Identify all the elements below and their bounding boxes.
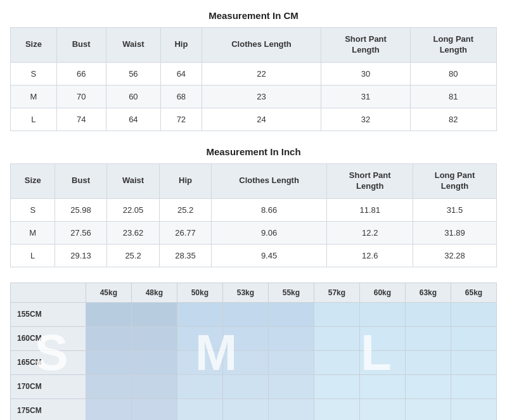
size-chart-cell-0-5 (314, 302, 359, 326)
size-chart-cell-2-8 (451, 350, 496, 374)
inch-table: Size Bust Waist Hip Clothes Length Short… (10, 163, 497, 267)
size-chart-cell-1-4 (268, 326, 314, 350)
size-chart-section: 45kg48kg50kg53kg55kg57kg60kg63kg65kg 155… (10, 283, 497, 420)
size-chart-th-4: 53kg (222, 283, 268, 302)
inch-cell-2-3: 28.35 (160, 244, 211, 267)
size-chart-row-label: 175CM (11, 398, 86, 420)
size-chart-th-6: 57kg (314, 283, 359, 302)
size-chart-cell-2-3 (222, 350, 268, 374)
inch-table-row: L29.1325.228.359.4512.632.28 (11, 244, 497, 267)
cm-th-hip: Hip (161, 28, 202, 63)
size-chart-row-label: 160CM (11, 326, 86, 350)
size-chart-cell-3-8 (451, 374, 496, 398)
size-chart-row-label: 165CM (11, 350, 86, 374)
cm-cell-1-0: M (11, 85, 57, 108)
size-chart-cell-4-4 (268, 398, 314, 420)
size-chart-cell-0-3 (222, 302, 268, 326)
size-chart-cell-4-1 (131, 398, 177, 420)
cm-th-size: Size (11, 28, 57, 63)
inch-cell-0-4: 8.66 (211, 198, 327, 221)
inch-cell-1-4: 9.06 (211, 221, 327, 244)
size-chart-cell-1-8 (451, 326, 496, 350)
size-chart-cell-3-1 (131, 374, 177, 398)
inch-header-row: Size Bust Waist Hip Clothes Length Short… (11, 163, 497, 198)
cm-title: Measurement In CM (10, 10, 497, 21)
size-chart-th-2: 48kg (131, 283, 177, 302)
cm-cell-0-6: 80 (410, 62, 496, 85)
inch-th-long: Long PantLength (413, 163, 497, 198)
size-chart-cell-0-7 (405, 302, 451, 326)
inch-cell-1-3: 26.77 (160, 221, 211, 244)
size-chart-row: 175CM (11, 398, 497, 420)
size-chart-cell-2-4 (268, 350, 314, 374)
size-chart-row: 165CM (11, 350, 497, 374)
cm-table-row: S665664223080 (11, 62, 497, 85)
page-container: Measurement In CM Size Bust Waist Hip Cl… (10, 10, 497, 420)
inch-title: Measurement In Inch (10, 146, 497, 157)
cm-cell-1-2: 60 (106, 85, 161, 108)
size-chart-th-9: 65kg (451, 283, 496, 302)
size-chart-cell-3-3 (222, 374, 268, 398)
cm-cell-0-1: 66 (56, 62, 106, 85)
inch-cell-0-2: 22.05 (106, 198, 160, 221)
cm-cell-2-3: 72 (161, 108, 202, 130)
inch-cell-0-0: S (11, 198, 55, 221)
inch-cell-2-6: 32.28 (413, 244, 497, 267)
inch-cell-1-1: 27.56 (55, 221, 106, 244)
inch-cell-2-0: L (11, 244, 55, 267)
size-chart-cell-3-7 (405, 374, 451, 398)
cm-th-clothes: Clothes Length (202, 28, 321, 63)
size-chart-row: 170CM (11, 374, 497, 398)
cm-table-row: L746472243282 (11, 108, 497, 130)
size-chart-row: 160CM (11, 326, 497, 350)
inch-cell-2-1: 29.13 (55, 244, 106, 267)
cm-th-long: Long PantLength (410, 28, 496, 63)
size-chart-cell-3-2 (177, 374, 222, 398)
cm-cell-0-3: 64 (161, 62, 202, 85)
size-chart-cell-2-1 (131, 350, 177, 374)
size-chart-th-0 (11, 283, 86, 302)
size-chart-cell-3-5 (314, 374, 359, 398)
inch-section: Measurement In Inch Size Bust Waist Hip … (10, 146, 497, 267)
size-chart-row-label: 170CM (11, 374, 86, 398)
size-chart-cell-4-6 (359, 398, 405, 420)
cm-cell-2-6: 82 (410, 108, 496, 130)
cm-cell-0-0: S (11, 62, 57, 85)
size-chart-cell-1-6 (359, 326, 405, 350)
size-chart-cell-3-6 (359, 374, 405, 398)
size-chart-cell-3-0 (86, 374, 131, 398)
inch-cell-0-5: 11.81 (327, 198, 413, 221)
cm-cell-2-0: L (11, 108, 57, 130)
size-chart-th-8: 63kg (405, 283, 451, 302)
cm-cell-1-5: 31 (321, 85, 410, 108)
size-chart-cell-2-0 (86, 350, 131, 374)
cm-cell-1-1: 70 (56, 85, 106, 108)
cm-cell-1-3: 68 (161, 85, 202, 108)
size-chart-cell-4-8 (451, 398, 496, 420)
size-chart-cell-2-2 (177, 350, 222, 374)
cm-section: Measurement In CM Size Bust Waist Hip Cl… (10, 10, 497, 131)
inch-cell-1-2: 23.62 (106, 221, 160, 244)
cm-th-waist: Waist (106, 28, 161, 63)
size-chart-cell-1-3 (222, 326, 268, 350)
inch-th-hip: Hip (160, 163, 211, 198)
size-chart-cell-0-1 (131, 302, 177, 326)
size-chart-cell-1-2 (177, 326, 222, 350)
size-chart-cell-4-3 (222, 398, 268, 420)
size-chart-cell-0-0 (86, 302, 131, 326)
size-chart-th-1: 45kg (86, 283, 131, 302)
inch-th-bust: Bust (55, 163, 106, 198)
size-chart-cell-2-5 (314, 350, 359, 374)
size-chart-cell-1-0 (86, 326, 131, 350)
cm-cell-1-6: 81 (410, 85, 496, 108)
inch-cell-2-4: 9.45 (211, 244, 327, 267)
cm-cell-2-1: 74 (56, 108, 106, 130)
cm-cell-0-2: 56 (106, 62, 161, 85)
inch-th-short: Short PantLength (327, 163, 413, 198)
size-chart-cell-0-6 (359, 302, 405, 326)
size-chart-th-5: 55kg (268, 283, 314, 302)
size-chart-cell-0-4 (268, 302, 314, 326)
cm-table: Size Bust Waist Hip Clothes Length Short… (10, 27, 497, 131)
cm-cell-2-2: 64 (106, 108, 161, 130)
size-chart-cell-2-6 (359, 350, 405, 374)
